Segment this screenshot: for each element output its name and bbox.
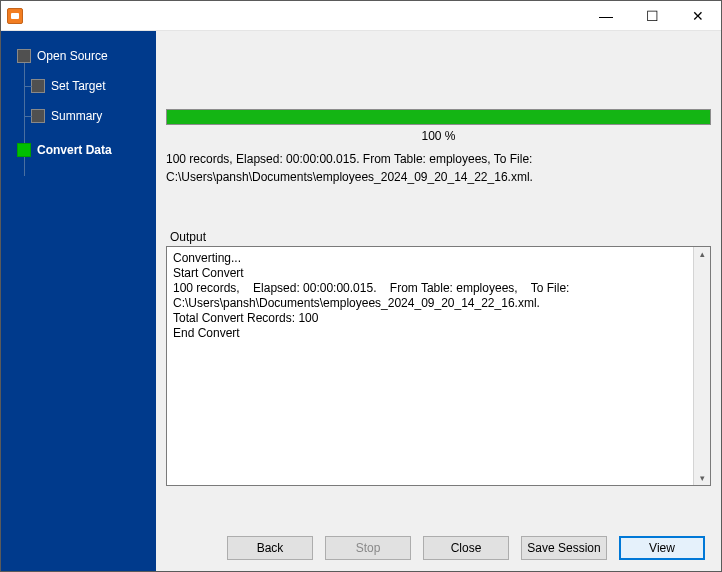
step-icon <box>31 109 45 123</box>
step-icon <box>17 49 31 63</box>
minimize-button[interactable]: — <box>583 1 629 30</box>
sidebar: Open Source Set Target Summary Convert D… <box>1 31 156 571</box>
progress-bar <box>166 109 711 125</box>
output-box: Converting... Start Convert 100 records,… <box>166 246 711 486</box>
progress-percent-label: 100 % <box>166 125 711 149</box>
app-window: — ☐ ✕ Open Source Set Target Summary <box>0 0 722 572</box>
main-area: Open Source Set Target Summary Convert D… <box>1 31 721 571</box>
summary-line-1: 100 records, Elapsed: 00:00:00.015. From… <box>156 149 721 167</box>
sidebar-item-summary[interactable]: Summary <box>1 101 156 131</box>
close-button[interactable]: Close <box>423 536 509 560</box>
maximize-button[interactable]: ☐ <box>629 1 675 30</box>
view-button[interactable]: View <box>619 536 705 560</box>
output-scrollbar[interactable]: ▴ ▾ <box>693 247 710 485</box>
progress-section: 100 % <box>156 31 721 149</box>
progress-bar-fill <box>167 110 710 124</box>
output-label: Output <box>156 185 721 246</box>
sidebar-item-label: Summary <box>51 109 102 123</box>
stop-button: Stop <box>325 536 411 560</box>
summary-line-2: C:\Users\pansh\Documents\employees_2024_… <box>156 167 721 185</box>
sidebar-item-label: Set Target <box>51 79 105 93</box>
sidebar-item-label: Convert Data <box>37 143 112 157</box>
step-icon <box>31 79 45 93</box>
titlebar: — ☐ ✕ <box>1 1 721 31</box>
sidebar-item-convert-data[interactable]: Convert Data <box>1 135 156 165</box>
output-text[interactable]: Converting... Start Convert 100 records,… <box>167 247 693 485</box>
close-window-button[interactable]: ✕ <box>675 1 721 30</box>
scroll-down-icon[interactable]: ▾ <box>700 473 705 483</box>
footer-buttons: Back Stop Close Save Session View <box>156 525 721 571</box>
window-controls: — ☐ ✕ <box>583 1 721 30</box>
step-icon <box>17 143 31 157</box>
back-button[interactable]: Back <box>227 536 313 560</box>
content-panel: 100 % 100 records, Elapsed: 00:00:00.015… <box>156 31 721 571</box>
app-icon <box>7 8 23 24</box>
sidebar-item-open-source[interactable]: Open Source <box>1 41 156 71</box>
sidebar-item-set-target[interactable]: Set Target <box>1 71 156 101</box>
save-session-button[interactable]: Save Session <box>521 536 607 560</box>
scroll-up-icon[interactable]: ▴ <box>700 249 705 259</box>
sidebar-item-label: Open Source <box>37 49 108 63</box>
